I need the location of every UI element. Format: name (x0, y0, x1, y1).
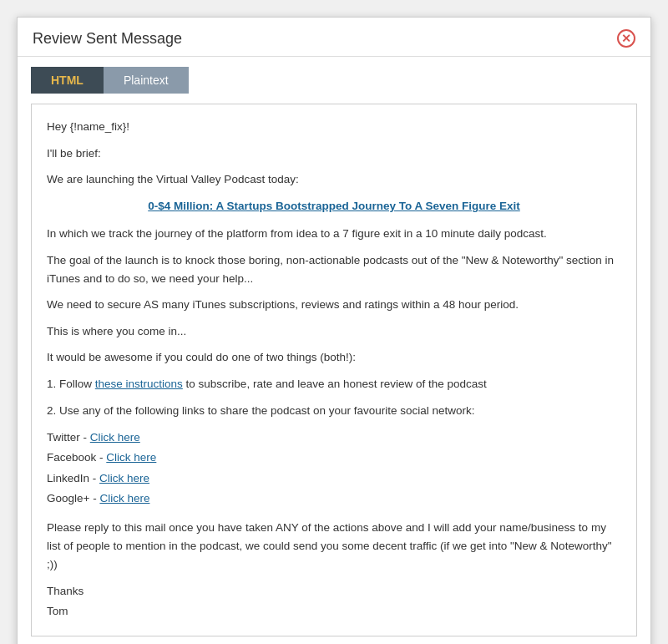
line6: This is where you come in... (47, 322, 621, 341)
googleplus-label: Google+ - (47, 492, 99, 505)
dialog-header: Review Sent Message ✕ (18, 18, 650, 57)
line2: We are launching the Virtual Valley Podc… (47, 170, 621, 189)
closing-name: Tom (47, 601, 621, 621)
podcast-link[interactable]: 0-$4 Million: A Startups Bootstrapped Jo… (47, 197, 621, 216)
facebook-link[interactable]: Click here (106, 451, 156, 464)
twitter-label: Twitter - (47, 431, 90, 444)
these-instructions-link[interactable]: these instructions (95, 378, 183, 390)
closing: Thanks Tom (47, 581, 621, 622)
line3: In which we track the journey of the pla… (47, 225, 621, 243)
tabs-bar: HTML Plaintext (18, 57, 650, 94)
dialog-title: Review Sent Message (33, 30, 182, 48)
googleplus-link[interactable]: Click here (99, 492, 149, 505)
tab-html[interactable]: HTML (31, 67, 104, 94)
step1-suffix: to subscribe, rate and leave an honest r… (183, 378, 487, 390)
step2: 2. Use any of the following links to sha… (47, 402, 621, 420)
line1: I'll be brief: (47, 145, 621, 163)
email-content-area: Hey {!name_fix}! I'll be brief: We are l… (31, 104, 637, 636)
twitter-link[interactable]: Click here (90, 431, 140, 444)
greeting: Hey {!name_fix}! (47, 118, 621, 136)
facebook-row: Facebook - Click here (47, 448, 621, 468)
line7: It would be awesome if you could do one … (47, 348, 621, 367)
closing-thanks: Thanks (47, 581, 621, 601)
line4: The goal of the launch is to knock those… (47, 251, 621, 287)
twitter-row: Twitter - Click here (47, 428, 621, 448)
social-links: Twitter - Click here Facebook - Click he… (47, 428, 621, 509)
reply-text: Please reply to this mail once you have … (47, 519, 621, 573)
close-button[interactable]: ✕ (617, 29, 635, 48)
tab-plaintext[interactable]: Plaintext (104, 67, 189, 94)
linkedin-row: LinkedIn - Click here (47, 469, 621, 489)
facebook-label: Facebook - (47, 451, 106, 464)
linkedin-label: LinkedIn - (47, 472, 99, 484)
step1: 1. Follow these instructions to subscrib… (47, 375, 621, 393)
linkedin-link[interactable]: Click here (99, 472, 149, 484)
review-sent-message-dialog: Review Sent Message ✕ HTML Plaintext Hey… (17, 17, 651, 644)
googleplus-row: Google+ - Click here (47, 489, 621, 509)
step1-prefix: 1. Follow (47, 378, 95, 390)
line5: We need to secure AS many iTunes subscri… (47, 296, 621, 314)
